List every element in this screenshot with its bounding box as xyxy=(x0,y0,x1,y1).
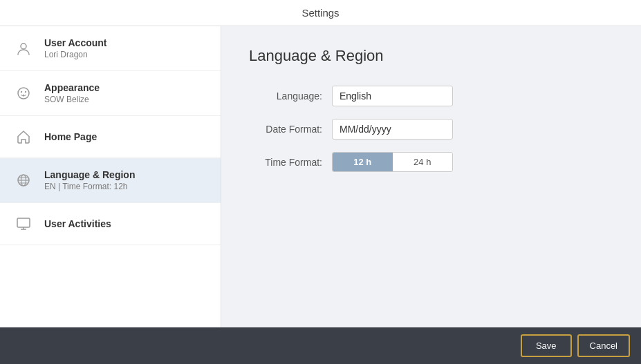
sidebar-user-activities-label: User Activities xyxy=(44,218,111,229)
language-label: Language: xyxy=(249,90,332,102)
sidebar-home-page-text: Home Page xyxy=(44,131,97,142)
sidebar-appearance-sublabel: SOW Belize xyxy=(44,95,100,104)
sidebar-item-user-account[interactable]: User Account Lori Dragon xyxy=(0,26,221,71)
sidebar: User Account Lori Dragon Appearance SOW … xyxy=(0,26,221,327)
sidebar-user-account-text: User Account Lori Dragon xyxy=(44,37,107,59)
page-title: Settings xyxy=(301,7,339,19)
palette-icon xyxy=(14,84,33,103)
content-area: Language & Region Language: Date Format:… xyxy=(221,26,641,327)
sidebar-home-page-label: Home Page xyxy=(44,131,97,142)
top-bar: Settings xyxy=(0,0,641,26)
sidebar-appearance-text: Appearance SOW Belize xyxy=(44,82,100,104)
time-format-label: Time Format: xyxy=(249,157,332,168)
sidebar-user-account-label: User Account xyxy=(44,37,107,48)
sidebar-user-activities-text: User Activities xyxy=(44,218,111,229)
user-icon xyxy=(14,39,33,58)
sidebar-user-account-sublabel: Lori Dragon xyxy=(44,50,107,59)
sidebar-item-home-page[interactable]: Home Page xyxy=(0,116,221,158)
language-region-form: Language: Date Format: Time Format: 12 h… xyxy=(249,86,613,172)
svg-point-0 xyxy=(21,44,26,49)
language-input[interactable] xyxy=(332,86,453,106)
main-layout: User Account Lori Dragon Appearance SOW … xyxy=(0,26,641,327)
sidebar-item-appearance[interactable]: Appearance SOW Belize xyxy=(0,71,221,116)
bottom-bar: Save Cancel xyxy=(0,327,641,364)
sidebar-language-region-label: Language & Region xyxy=(44,169,135,180)
monitor-icon xyxy=(14,214,33,233)
content-title: Language & Region xyxy=(249,47,613,65)
time-format-24h-button[interactable]: 24 h xyxy=(393,153,453,171)
save-button[interactable]: Save xyxy=(521,334,572,357)
cancel-button[interactable]: Cancel xyxy=(577,334,630,357)
globe-icon xyxy=(14,171,33,190)
home-icon xyxy=(14,127,33,146)
time-format-12h-button[interactable]: 12 h xyxy=(333,153,393,171)
sidebar-language-region-text: Language & Region EN | Time Format: 12h xyxy=(44,169,135,191)
date-format-input[interactable] xyxy=(332,119,453,140)
svg-point-2 xyxy=(21,91,22,93)
svg-rect-10 xyxy=(17,218,30,227)
sidebar-item-language-region[interactable]: Language & Region EN | Time Format: 12h xyxy=(0,158,221,203)
sidebar-appearance-label: Appearance xyxy=(44,82,100,93)
sidebar-item-user-activities[interactable]: User Activities xyxy=(0,203,221,245)
date-format-label: Date Format: xyxy=(249,124,332,135)
date-format-row: Date Format: xyxy=(249,119,613,140)
language-row: Language: xyxy=(249,86,613,106)
svg-point-3 xyxy=(25,91,26,93)
time-format-row: Time Format: 12 h 24 h xyxy=(249,152,613,172)
time-format-toggle: 12 h 24 h xyxy=(332,152,453,172)
sidebar-language-region-sublabel: EN | Time Format: 12h xyxy=(44,182,135,191)
svg-point-1 xyxy=(18,88,29,99)
